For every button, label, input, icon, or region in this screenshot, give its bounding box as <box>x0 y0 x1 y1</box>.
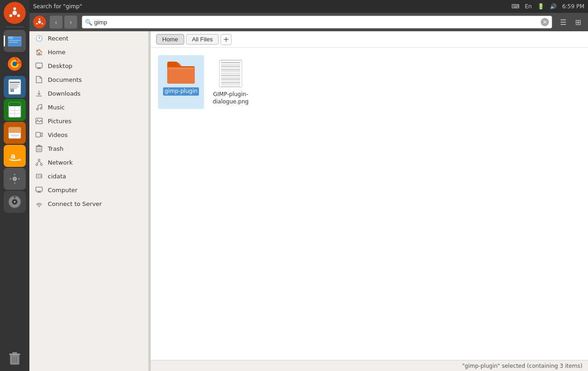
file-item-gimp-plugin[interactable]: gimp-plugin <box>158 55 204 109</box>
svg-rect-17 <box>10 86 19 87</box>
svg-text:W: W <box>10 89 14 93</box>
dock-item-firefox[interactable] <box>4 53 26 75</box>
search-clear-button[interactable]: ✕ <box>541 18 549 26</box>
sidebar-label-desktop: Desktop <box>48 63 73 69</box>
sidebar-item-pictures[interactable]: Pictures <box>29 114 148 128</box>
grid-view-button[interactable]: ⊞ <box>571 16 584 29</box>
svg-point-63 <box>38 159 40 161</box>
thumbnail-line <box>221 66 240 67</box>
svg-rect-14 <box>10 82 20 83</box>
svg-rect-16 <box>10 85 18 86</box>
sidebar-item-cidata[interactable]: cidata <box>29 169 148 183</box>
sidebar-item-downloads[interactable]: Downloads <box>29 86 148 100</box>
sidebar-item-documents[interactable]: Documents <box>29 73 148 86</box>
taskbar: W a <box>0 0 29 371</box>
filter-home-button[interactable]: Home <box>156 34 184 45</box>
filter-all-files-button[interactable]: All Files <box>186 34 219 45</box>
thumbnail-line <box>221 62 240 63</box>
sidebar-label-downloads: Downloads <box>48 90 80 97</box>
thumbnail-line <box>221 77 240 78</box>
svg-rect-9 <box>9 42 18 43</box>
thumbnail-line <box>221 71 240 72</box>
ubuntu-logo <box>33 16 46 29</box>
svg-point-45 <box>39 18 40 20</box>
lang-icon: En <box>525 3 531 10</box>
file-name-gimp-dialogue: GIMP-plugin-dialogue.png <box>210 91 251 105</box>
svg-point-1 <box>12 11 17 15</box>
sidebar-item-network[interactable]: Network <box>29 155 148 169</box>
dock-item-trash-dock[interactable] <box>4 347 26 369</box>
svg-rect-15 <box>10 84 20 85</box>
sidebar-item-trash[interactable]: Trash <box>29 142 148 155</box>
file-area: Home All Files + <box>151 31 588 371</box>
network-icon <box>35 158 43 166</box>
videos-icon <box>35 131 43 139</box>
svg-rect-38 <box>9 354 20 355</box>
dock-item-settings[interactable] <box>4 168 26 190</box>
svg-point-4 <box>10 14 12 17</box>
sidebar-label-pictures: Pictures <box>48 118 71 125</box>
dock-item-disk[interactable] <box>4 191 26 213</box>
forward-button[interactable]: › <box>64 16 77 29</box>
back-button[interactable]: ‹ <box>50 16 62 29</box>
svg-rect-71 <box>36 187 42 191</box>
thumbnail-line <box>221 79 240 80</box>
topbar-right: ⌨ En 🔋 🔊 6:59 PM <box>511 3 584 10</box>
dock-item-calc[interactable] <box>4 99 26 121</box>
topbar-title: Search for "gimp" <box>33 3 82 10</box>
sidebar-label-music: Music <box>48 104 65 111</box>
sidebar-item-home[interactable]: 🏠 Home <box>29 45 148 59</box>
svg-point-35 <box>14 201 16 203</box>
sidebar-label-trash: Trash <box>48 145 63 152</box>
svg-point-52 <box>37 108 39 110</box>
svg-rect-48 <box>36 63 42 68</box>
thumbnail-line <box>221 86 240 87</box>
list-view-button[interactable]: ☰ <box>557 16 570 29</box>
svg-text:a: a <box>11 152 16 160</box>
document-icon <box>35 75 43 84</box>
sidebar-item-connect[interactable]: Connect to Server <box>29 197 148 211</box>
search-input[interactable] <box>94 19 539 26</box>
dock-item-ubuntu[interactable] <box>4 2 26 24</box>
thumbnail-line <box>221 75 240 76</box>
thumbnail-line <box>221 80 240 81</box>
sidebar-label-cidata: cidata <box>48 173 66 180</box>
music-icon <box>35 103 43 111</box>
search-icon: 🔍 <box>85 19 92 26</box>
svg-line-66 <box>37 161 39 164</box>
sidebar-item-desktop[interactable]: Desktop <box>29 59 148 73</box>
sidebar-item-recent[interactable]: 🕐 Recent <box>29 31 148 45</box>
file-item-gimp-dialogue[interactable]: GIMP-plugin-dialogue.png <box>208 55 254 109</box>
svg-rect-51 <box>36 96 42 97</box>
svg-point-53 <box>40 108 42 109</box>
sidebar-label-home: Home <box>48 49 65 56</box>
volume-icon: 🔊 <box>550 3 557 10</box>
sidebar-item-music[interactable]: Music <box>29 100 148 114</box>
sidebar-label-computer: Computer <box>48 187 78 194</box>
sidebar-item-computer[interactable]: Computer <box>29 183 148 197</box>
clock-icon: 🕐 <box>35 34 43 42</box>
dock-item-writer[interactable]: W <box>4 76 26 98</box>
file-manager-window: ‹ › 🔍 ✕ ☰ ⊞ 🕐 Recent 🏠 <box>29 13 588 371</box>
svg-rect-26 <box>9 127 21 133</box>
dock-item-impress[interactable] <box>4 122 26 144</box>
trash-icon <box>35 144 43 153</box>
svg-point-69 <box>40 176 42 177</box>
clock: 6:59 PM <box>562 3 584 10</box>
folder-icon-gimp-plugin <box>166 59 196 85</box>
home-icon: 🏠 <box>35 48 43 56</box>
svg-rect-8 <box>9 40 21 41</box>
dock-item-amazon[interactable]: a <box>4 145 26 167</box>
file-icon-gimp-dialogue <box>218 59 243 88</box>
filter-add-button[interactable]: + <box>220 34 232 45</box>
sidebar: 🕐 Recent 🏠 Home Desktop <box>29 31 149 371</box>
pictures-icon <box>35 117 43 125</box>
sidebar-label-connect: Connect to Server <box>48 200 102 207</box>
thumbnail-line <box>221 82 240 83</box>
dock-item-files[interactable] <box>4 30 26 52</box>
dock-separator <box>6 27 24 27</box>
sidebar-item-videos[interactable]: Videos <box>29 128 148 142</box>
thumbnail-lines <box>220 61 242 87</box>
connect-icon <box>35 200 43 208</box>
sidebar-label-documents: Documents <box>48 76 82 83</box>
